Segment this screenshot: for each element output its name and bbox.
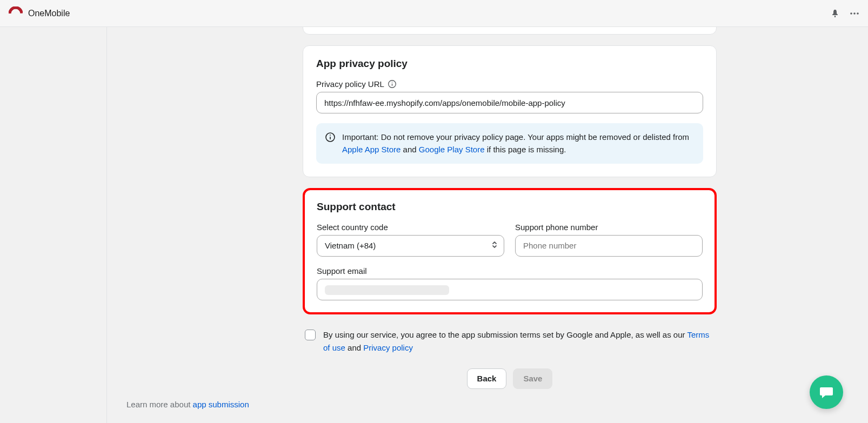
svg-rect-1 <box>9 13 23 21</box>
svg-point-8 <box>392 82 393 83</box>
app-title: OneMobile <box>28 9 70 18</box>
support-row: Select country code Vietnam (+84) Suppor… <box>317 223 703 257</box>
terms-checkbox[interactable] <box>305 330 316 340</box>
privacy-url-label: Privacy policy URL <box>316 79 703 89</box>
terms-row: By using our service, you agree to the a… <box>303 325 717 354</box>
country-code-label: Select country code <box>317 223 504 232</box>
support-contact-card: Support contact Select country code Viet… <box>303 188 717 314</box>
country-code-group: Select country code Vietnam (+84) <box>317 223 504 257</box>
country-select-wrap: Vietnam (+84) <box>317 235 504 257</box>
privacy-url-label-text: Privacy policy URL <box>316 79 384 89</box>
save-button: Save <box>513 368 552 389</box>
country-code-select[interactable]: Vietnam (+84) <box>317 235 504 257</box>
more-icon[interactable] <box>850 9 859 18</box>
chat-fab[interactable] <box>810 375 843 409</box>
info-icon[interactable] <box>388 79 397 89</box>
privacy-title: App privacy policy <box>316 58 703 70</box>
chat-icon <box>819 385 834 400</box>
content-column: 71/100 App privacy policy Privacy policy… <box>303 27 717 389</box>
svg-point-11 <box>330 135 331 136</box>
phone-group: Support phone number <box>515 223 703 257</box>
svg-point-4 <box>853 12 856 15</box>
previous-card: 71/100 <box>303 27 717 35</box>
learn-more-text: Learn more about <box>126 400 193 409</box>
info-banner-icon <box>325 132 336 156</box>
privacy-url-group: Privacy policy URL <box>316 79 703 113</box>
terms-text: By using our service, you agree to the a… <box>323 328 715 354</box>
terms-text-1: By using our service, you agree to the a… <box>323 330 687 339</box>
learn-more-footer: Learn more about app submission <box>126 400 249 409</box>
google-store-link[interactable]: Google Play Store <box>419 145 485 154</box>
topbar-right <box>830 9 859 18</box>
privacy-policy-card: App privacy policy Privacy policy URL <box>303 45 717 177</box>
support-title: Support contact <box>317 201 703 213</box>
back-button[interactable]: Back <box>467 368 507 389</box>
svg-point-3 <box>850 12 852 15</box>
page-body: 71/100 App privacy policy Privacy policy… <box>0 27 868 423</box>
left-rail <box>0 27 107 423</box>
banner-tail: if this page is missing. <box>485 145 566 154</box>
privacy-url-input[interactable] <box>316 92 703 113</box>
phone-label: Support phone number <box>515 223 703 232</box>
topbar-left: OneMobile <box>9 6 70 21</box>
pin-icon[interactable] <box>830 9 840 18</box>
phone-input[interactable] <box>515 235 703 257</box>
banner-text: Important: Do not remove your privacy po… <box>342 131 695 156</box>
apple-store-link[interactable]: Apple App Store <box>342 145 400 154</box>
app-submission-link[interactable]: app submission <box>193 400 249 409</box>
banner-prefix: Important: <box>342 132 381 142</box>
privacy-info-banner: Important: Do not remove your privacy po… <box>316 123 703 164</box>
app-logo-icon <box>9 6 23 21</box>
topbar: OneMobile <box>0 0 868 27</box>
email-label: Support email <box>317 266 703 276</box>
banner-and: and <box>400 145 418 154</box>
email-redacted-bar <box>325 285 449 295</box>
button-row: Back Save <box>303 368 717 389</box>
terms-and: and <box>345 343 363 352</box>
email-group: Support email <box>317 266 703 300</box>
svg-point-5 <box>857 12 859 15</box>
support-email-input[interactable] <box>317 279 703 300</box>
banner-text-1: Do not remove your privacy policy page. … <box>381 132 689 142</box>
privacy-policy-link[interactable]: Privacy policy <box>363 343 413 352</box>
main-area: 71/100 App privacy policy Privacy policy… <box>107 27 868 423</box>
